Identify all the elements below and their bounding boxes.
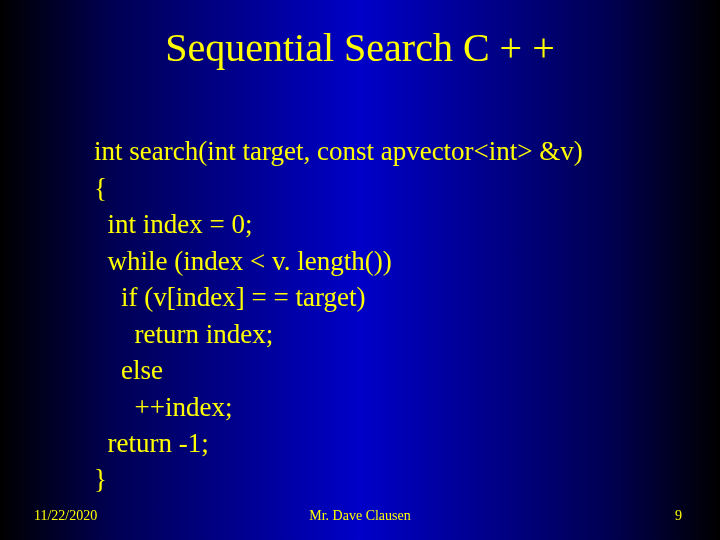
code-line: int index = 0; [94, 209, 252, 239]
code-line: while (index < v. length()) [94, 246, 392, 276]
code-block: int search(int target, const apvector<in… [94, 97, 720, 498]
code-line: return index; [94, 319, 273, 349]
code-line: else [94, 355, 163, 385]
footer-author: Mr. Dave Clausen [0, 508, 720, 524]
footer-page-number: 9 [675, 508, 682, 524]
slide: Sequential Search C + + int search(int t… [0, 0, 720, 540]
slide-title: Sequential Search C + + [0, 0, 720, 71]
code-line: { [94, 173, 107, 203]
code-line: if (v[index] = = target) [94, 282, 365, 312]
code-line: int search(int target, const apvector<in… [94, 136, 583, 166]
code-line: } [94, 464, 107, 494]
code-line: ++index; [94, 392, 232, 422]
code-line: return -1; [94, 428, 209, 458]
